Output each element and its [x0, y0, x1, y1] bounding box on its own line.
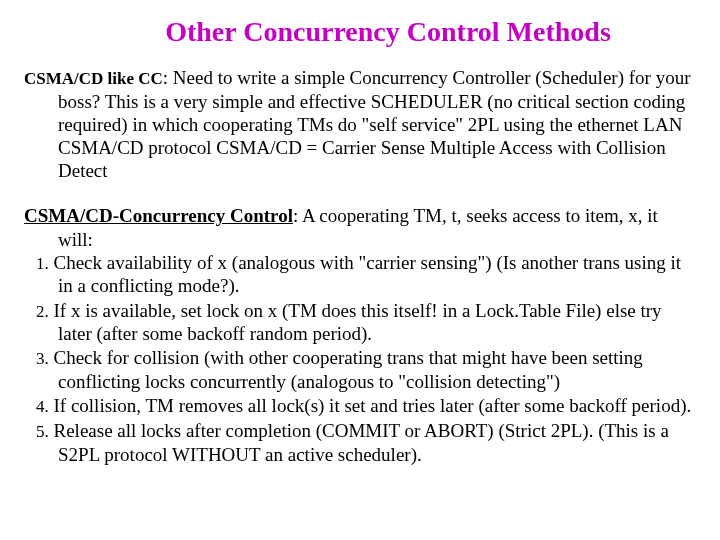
section-csma-cc: CSMA/CD-Concurrency Control: A cooperati… [24, 204, 692, 466]
lead-csma-cc: CSMA/CD-Concurrency Control [24, 205, 293, 226]
item-text: Check for collision (with other cooperat… [54, 347, 643, 392]
intro-tail2: will: [24, 229, 692, 251]
item-text: Check availability of x (analogous with … [54, 252, 682, 297]
intro-tail: : A cooperating TM, t, seeks access to i… [293, 205, 658, 226]
lead-csma-like-cc: CSMA/CD like CC [24, 69, 163, 88]
item-number: 1. [36, 254, 49, 273]
page-title: Other Concurrency Control Methods [24, 16, 692, 48]
item-number: 5. [36, 422, 49, 441]
item-number: 4. [36, 397, 49, 416]
item-number: 3. [36, 349, 49, 368]
list-item: 5. Release all locks after completion (C… [24, 419, 692, 466]
list-item: 4. If collision, TM removes all lock(s) … [24, 394, 692, 418]
list-item: 2. If x is available, set lock on x (TM … [24, 299, 692, 346]
intro-line: CSMA/CD-Concurrency Control: A cooperati… [24, 204, 692, 227]
list-item: 1. Check availability of x (analogous wi… [24, 251, 692, 298]
slide: Other Concurrency Control Methods CSMA/C… [0, 0, 720, 540]
section-csma-like-cc: CSMA/CD like CC: Need to write a simple … [24, 66, 692, 182]
list-item: 3. Check for collision (with other coope… [24, 346, 692, 393]
item-text: Release all locks after completion (COMM… [54, 420, 669, 465]
item-text: If collision, TM removes all lock(s) it … [54, 395, 692, 416]
item-number: 2. [36, 302, 49, 321]
item-text: If x is available, set lock on x (TM doe… [54, 300, 662, 345]
